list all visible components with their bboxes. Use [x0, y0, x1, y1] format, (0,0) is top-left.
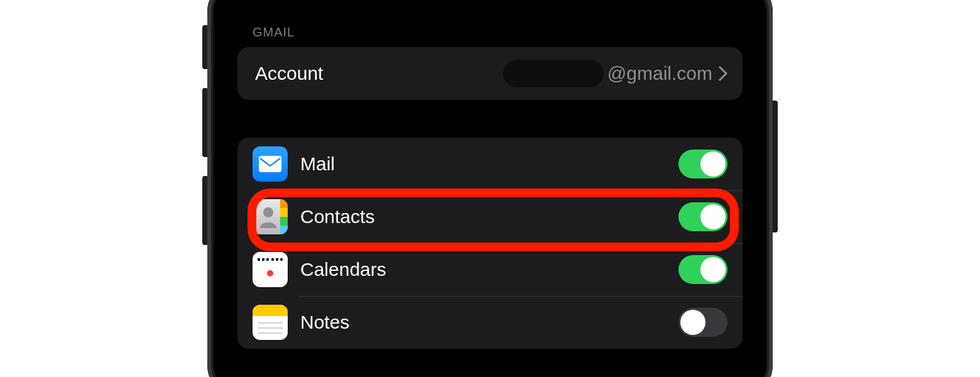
toggle-mail[interactable]	[678, 150, 727, 178]
svg-point-1	[263, 207, 273, 217]
phone-frame: GMAIL Account @gmail.com MailContactsCal…	[207, 0, 773, 377]
settings-account-screen: GMAIL Account @gmail.com MailContactsCal…	[222, 0, 758, 377]
service-row-contacts: Contacts	[237, 190, 743, 243]
account-group: Account @gmail.com	[237, 47, 743, 100]
service-label-calendars: Calendars	[300, 259, 678, 280]
contacts-icon	[253, 199, 288, 234]
services-group: MailContactsCalendarsNotes	[237, 138, 743, 349]
toggle-notes[interactable]	[678, 308, 727, 337]
account-email-redacted	[503, 60, 604, 87]
phone-screen: GMAIL Account @gmail.com MailContactsCal…	[222, 0, 758, 377]
service-label-notes: Notes	[300, 312, 678, 333]
notes-icon	[253, 305, 288, 340]
account-label: Account	[254, 63, 503, 84]
section-header-gmail: GMAIL	[222, 0, 758, 47]
svg-rect-0	[259, 156, 281, 172]
calendar-icon	[253, 252, 288, 287]
service-label-mail: Mail	[300, 153, 678, 175]
service-row-notes: Notes	[237, 296, 743, 349]
account-row[interactable]: Account @gmail.com	[237, 47, 743, 100]
toggle-calendars[interactable]	[678, 255, 727, 284]
service-row-mail: Mail	[237, 138, 743, 190]
mail-icon	[253, 146, 288, 182]
account-email-domain: @gmail.com	[607, 63, 712, 84]
toggle-contacts[interactable]	[678, 202, 727, 231]
service-label-contacts: Contacts	[300, 206, 678, 227]
group-spacer	[222, 100, 758, 138]
service-row-calendars: Calendars	[237, 243, 743, 296]
chevron-right-icon	[719, 66, 727, 81]
